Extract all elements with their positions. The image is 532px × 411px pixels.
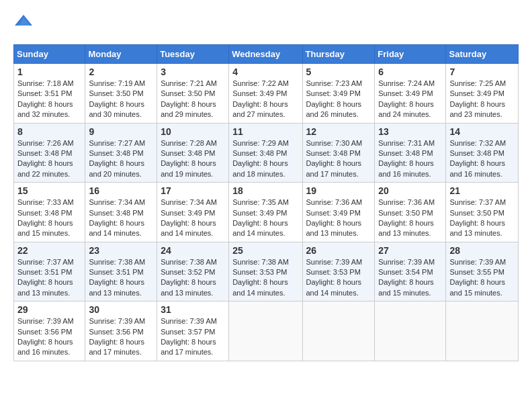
day-number: 25 bbox=[232, 245, 298, 256]
day-cell bbox=[302, 302, 375, 361]
day-info: Sunrise: 7:36 AM Sunset: 3:49 PM Dayligh… bbox=[306, 197, 371, 239]
day-number: 30 bbox=[89, 304, 153, 315]
week-row-4: 22 Sunrise: 7:37 AM Sunset: 3:51 PM Dayl… bbox=[14, 242, 519, 302]
day-cell: 9 Sunrise: 7:27 AM Sunset: 3:48 PM Dayli… bbox=[85, 123, 157, 183]
day-number: 19 bbox=[306, 185, 371, 196]
day-header-friday: Friday bbox=[375, 45, 446, 64]
day-cell: 8 Sunrise: 7:26 AM Sunset: 3:48 PM Dayli… bbox=[14, 123, 85, 183]
day-info: Sunrise: 7:39 AM Sunset: 3:55 PM Dayligh… bbox=[449, 257, 515, 299]
calendar-table: SundayMondayTuesdayWednesdayThursdayFrid… bbox=[13, 44, 519, 361]
day-cell: 26 Sunrise: 7:39 AM Sunset: 3:53 PM Dayl… bbox=[302, 242, 375, 302]
day-info: Sunrise: 7:39 AM Sunset: 3:57 PM Dayligh… bbox=[161, 316, 225, 358]
day-header-sunday: Sunday bbox=[14, 45, 85, 64]
day-info: Sunrise: 7:39 AM Sunset: 3:56 PM Dayligh… bbox=[17, 316, 81, 358]
day-cell: 24 Sunrise: 7:38 AM Sunset: 3:52 PM Dayl… bbox=[157, 242, 229, 302]
day-cell: 11 Sunrise: 7:29 AM Sunset: 3:48 PM Dayl… bbox=[229, 123, 302, 183]
day-cell: 14 Sunrise: 7:32 AM Sunset: 3:48 PM Dayl… bbox=[446, 123, 519, 183]
day-number: 4 bbox=[232, 66, 298, 77]
day-cell: 15 Sunrise: 7:33 AM Sunset: 3:48 PM Dayl… bbox=[14, 183, 85, 242]
day-number: 27 bbox=[378, 245, 442, 256]
week-row-3: 15 Sunrise: 7:33 AM Sunset: 3:48 PM Dayl… bbox=[14, 183, 519, 242]
day-header-monday: Monday bbox=[85, 45, 157, 64]
day-number: 10 bbox=[161, 126, 225, 137]
day-info: Sunrise: 7:37 AM Sunset: 3:50 PM Dayligh… bbox=[449, 197, 515, 239]
day-cell: 1 Sunrise: 7:18 AM Sunset: 3:51 PM Dayli… bbox=[14, 64, 85, 124]
week-row-1: 1 Sunrise: 7:18 AM Sunset: 3:51 PM Dayli… bbox=[14, 64, 519, 124]
page-header bbox=[13, 13, 519, 34]
day-number: 13 bbox=[378, 126, 442, 137]
day-cell: 20 Sunrise: 7:36 AM Sunset: 3:50 PM Dayl… bbox=[375, 183, 446, 242]
day-info: Sunrise: 7:36 AM Sunset: 3:50 PM Dayligh… bbox=[378, 197, 442, 239]
day-number: 14 bbox=[449, 126, 515, 137]
day-info: Sunrise: 7:23 AM Sunset: 3:49 PM Dayligh… bbox=[306, 79, 371, 120]
day-number: 8 bbox=[17, 126, 81, 137]
day-number: 22 bbox=[17, 245, 81, 256]
day-info: Sunrise: 7:22 AM Sunset: 3:49 PM Dayligh… bbox=[232, 79, 298, 120]
day-header-wednesday: Wednesday bbox=[229, 45, 302, 64]
day-cell: 31 Sunrise: 7:39 AM Sunset: 3:57 PM Dayl… bbox=[157, 302, 229, 361]
day-number: 29 bbox=[17, 304, 81, 315]
day-info: Sunrise: 7:39 AM Sunset: 3:54 PM Dayligh… bbox=[378, 257, 442, 299]
day-cell: 7 Sunrise: 7:25 AM Sunset: 3:49 PM Dayli… bbox=[446, 64, 519, 124]
week-row-5: 29 Sunrise: 7:39 AM Sunset: 3:56 PM Dayl… bbox=[14, 302, 519, 361]
day-info: Sunrise: 7:37 AM Sunset: 3:51 PM Dayligh… bbox=[17, 257, 81, 299]
day-cell: 18 Sunrise: 7:35 AM Sunset: 3:49 PM Dayl… bbox=[229, 183, 302, 242]
day-number: 2 bbox=[89, 66, 153, 77]
day-info: Sunrise: 7:39 AM Sunset: 3:53 PM Dayligh… bbox=[306, 257, 371, 299]
day-info: Sunrise: 7:32 AM Sunset: 3:48 PM Dayligh… bbox=[449, 138, 515, 180]
day-number: 5 bbox=[306, 66, 371, 77]
day-info: Sunrise: 7:34 AM Sunset: 3:49 PM Dayligh… bbox=[161, 197, 225, 239]
day-header-thursday: Thursday bbox=[302, 45, 375, 64]
day-number: 11 bbox=[232, 126, 298, 137]
day-cell: 23 Sunrise: 7:38 AM Sunset: 3:51 PM Dayl… bbox=[85, 242, 157, 302]
day-number: 28 bbox=[449, 245, 515, 256]
day-number: 3 bbox=[161, 66, 225, 77]
day-header-tuesday: Tuesday bbox=[157, 45, 229, 64]
day-info: Sunrise: 7:19 AM Sunset: 3:50 PM Dayligh… bbox=[89, 79, 153, 120]
day-cell: 12 Sunrise: 7:30 AM Sunset: 3:48 PM Dayl… bbox=[302, 123, 375, 183]
day-info: Sunrise: 7:25 AM Sunset: 3:49 PM Dayligh… bbox=[449, 79, 515, 120]
day-number: 21 bbox=[449, 185, 515, 196]
day-info: Sunrise: 7:18 AM Sunset: 3:51 PM Dayligh… bbox=[17, 79, 81, 120]
day-info: Sunrise: 7:26 AM Sunset: 3:48 PM Dayligh… bbox=[17, 138, 81, 180]
day-header-saturday: Saturday bbox=[446, 45, 519, 64]
day-number: 12 bbox=[306, 126, 371, 137]
day-cell: 10 Sunrise: 7:28 AM Sunset: 3:48 PM Dayl… bbox=[157, 123, 229, 183]
day-cell: 4 Sunrise: 7:22 AM Sunset: 3:49 PM Dayli… bbox=[229, 64, 302, 124]
day-info: Sunrise: 7:38 AM Sunset: 3:52 PM Dayligh… bbox=[161, 257, 225, 299]
day-info: Sunrise: 7:21 AM Sunset: 3:50 PM Dayligh… bbox=[161, 79, 225, 120]
logo-icon bbox=[13, 13, 34, 34]
day-info: Sunrise: 7:34 AM Sunset: 3:48 PM Dayligh… bbox=[89, 197, 153, 239]
day-number: 17 bbox=[161, 185, 225, 196]
day-cell bbox=[446, 302, 519, 361]
days-header-row: SundayMondayTuesdayWednesdayThursdayFrid… bbox=[14, 45, 519, 64]
day-info: Sunrise: 7:33 AM Sunset: 3:48 PM Dayligh… bbox=[17, 197, 81, 239]
day-cell: 22 Sunrise: 7:37 AM Sunset: 3:51 PM Dayl… bbox=[14, 242, 85, 302]
day-cell: 19 Sunrise: 7:36 AM Sunset: 3:49 PM Dayl… bbox=[302, 183, 375, 242]
day-number: 24 bbox=[161, 245, 225, 256]
day-number: 26 bbox=[306, 245, 371, 256]
day-number: 9 bbox=[89, 126, 153, 137]
day-info: Sunrise: 7:35 AM Sunset: 3:49 PM Dayligh… bbox=[232, 197, 298, 239]
day-info: Sunrise: 7:38 AM Sunset: 3:53 PM Dayligh… bbox=[232, 257, 298, 299]
day-number: 18 bbox=[232, 185, 298, 196]
day-number: 20 bbox=[378, 185, 442, 196]
day-number: 16 bbox=[89, 185, 153, 196]
day-info: Sunrise: 7:30 AM Sunset: 3:48 PM Dayligh… bbox=[306, 138, 371, 180]
day-info: Sunrise: 7:28 AM Sunset: 3:48 PM Dayligh… bbox=[161, 138, 225, 180]
day-cell: 2 Sunrise: 7:19 AM Sunset: 3:50 PM Dayli… bbox=[85, 64, 157, 124]
day-cell: 27 Sunrise: 7:39 AM Sunset: 3:54 PM Dayl… bbox=[375, 242, 446, 302]
day-number: 6 bbox=[378, 66, 442, 77]
day-info: Sunrise: 7:38 AM Sunset: 3:51 PM Dayligh… bbox=[89, 257, 153, 299]
day-cell: 13 Sunrise: 7:31 AM Sunset: 3:48 PM Dayl… bbox=[375, 123, 446, 183]
day-info: Sunrise: 7:31 AM Sunset: 3:48 PM Dayligh… bbox=[378, 138, 442, 180]
day-cell: 30 Sunrise: 7:39 AM Sunset: 3:56 PM Dayl… bbox=[85, 302, 157, 361]
week-row-2: 8 Sunrise: 7:26 AM Sunset: 3:48 PM Dayli… bbox=[14, 123, 519, 183]
day-number: 31 bbox=[161, 304, 225, 315]
day-number: 23 bbox=[89, 245, 153, 256]
day-cell: 5 Sunrise: 7:23 AM Sunset: 3:49 PM Dayli… bbox=[302, 64, 375, 124]
day-cell: 6 Sunrise: 7:24 AM Sunset: 3:49 PM Dayli… bbox=[375, 64, 446, 124]
logo bbox=[13, 13, 38, 34]
day-cell: 17 Sunrise: 7:34 AM Sunset: 3:49 PM Dayl… bbox=[157, 183, 229, 242]
day-info: Sunrise: 7:39 AM Sunset: 3:56 PM Dayligh… bbox=[89, 316, 153, 358]
